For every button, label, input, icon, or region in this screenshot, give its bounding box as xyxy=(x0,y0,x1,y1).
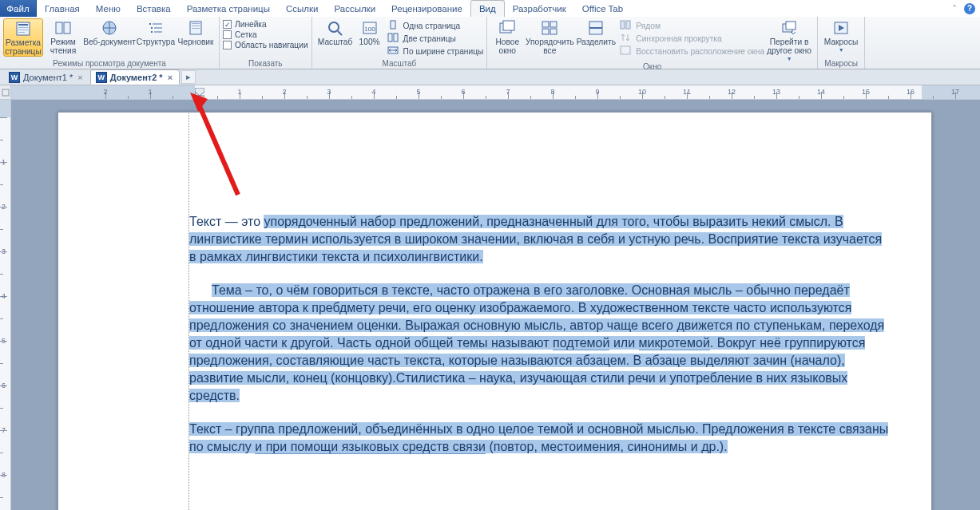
view-web-button[interactable]: Веб-документ xyxy=(83,18,136,46)
help-icon[interactable]: ? xyxy=(964,3,975,14)
side-by-side-label: Рядом xyxy=(636,22,661,30)
svg-rect-11 xyxy=(154,27,162,29)
document-tabstrip: W Документ1 * × W Документ2 * × ▸ xyxy=(0,69,980,85)
svg-rect-4 xyxy=(18,32,25,33)
file-tab[interactable]: Файл xyxy=(0,0,37,17)
zoom-100-icon: 100 xyxy=(360,19,379,37)
tab-insert[interactable]: Вставка xyxy=(129,0,179,17)
web-icon xyxy=(100,19,119,37)
reset-window-label: Восстановить расположение окна xyxy=(636,47,764,56)
ribbon-group-zoom: Масштаб 100 100% Одна страница Две стран… xyxy=(312,17,488,69)
pagelayout-icon xyxy=(14,20,33,38)
switch-windows-icon xyxy=(780,19,799,37)
text-span: Текст — это xyxy=(189,215,264,228)
checkbox-icon xyxy=(223,41,232,49)
checkbox-icon: ✓ xyxy=(223,20,232,29)
ribbon-group-title-zoom: Масштаб xyxy=(315,58,484,69)
draft-icon xyxy=(186,19,205,37)
sync-scroll-icon xyxy=(620,33,633,44)
document-tab-1[interactable]: W Документ1 * × xyxy=(3,69,90,85)
tab-home[interactable]: Главная xyxy=(37,0,88,17)
tab-officetab[interactable]: Office Tab xyxy=(574,0,631,17)
arrange-all-label: Упорядочить все xyxy=(526,38,574,55)
ribbon-group-title-window: Окно xyxy=(490,61,814,72)
svg-rect-17 xyxy=(192,28,200,29)
zoom-page-width-button[interactable]: По ширине страницы xyxy=(387,45,484,57)
document-tab-1-label: Документ1 * xyxy=(23,73,73,82)
zoom-100-button[interactable]: 100 100% xyxy=(355,18,384,46)
magnifier-icon xyxy=(326,19,345,37)
view-outline-button[interactable]: Структура xyxy=(136,18,176,46)
split-button[interactable]: Разделить xyxy=(575,18,617,46)
view-reading-button[interactable]: Режим чтения xyxy=(43,18,83,55)
reset-window-icon xyxy=(620,45,633,57)
check-navpane[interactable]: Область навигации xyxy=(223,41,308,49)
svg-rect-30 xyxy=(542,29,549,34)
dropdown-icon: ▼ xyxy=(787,56,792,61)
ribbon-group-title-show: Показать xyxy=(223,58,308,69)
vertical-ruler[interactable]: 12345678910 xyxy=(0,100,11,510)
svg-rect-2 xyxy=(18,27,28,28)
sync-scroll-label: Синхронная прокрутка xyxy=(636,34,721,43)
split-label: Разделить xyxy=(577,38,616,46)
ribbon-group-show: ✓Линейка Сетка Область навигации Показат… xyxy=(220,17,312,69)
zoom-label: Масштаб xyxy=(318,38,353,46)
tab-review[interactable]: Рецензирование xyxy=(383,0,470,17)
view-draft-button[interactable]: Черновик xyxy=(176,18,216,46)
ribbon-group-title-views: Режимы просмотра документа xyxy=(3,58,216,69)
side-by-side-icon xyxy=(620,20,633,31)
document-body-text[interactable]: Текст — это упорядоченный набор предложе… xyxy=(189,213,892,472)
new-window-button[interactable]: Новое окно xyxy=(490,18,524,55)
ribbon: Разметка страницы Режим чтения Веб-докум… xyxy=(0,17,980,69)
view-pagelayout-button[interactable]: Разметка страницы xyxy=(3,18,43,57)
view-reading-label: Режим чтения xyxy=(50,38,76,55)
check-grid[interactable]: Сетка xyxy=(223,30,308,39)
tab-menu[interactable]: Меню xyxy=(88,0,129,17)
sync-scroll-button: Синхронная прокрутка xyxy=(620,33,764,44)
side-by-side-button[interactable]: Рядом xyxy=(620,20,764,31)
minimize-ribbon-icon[interactable]: ˆ xyxy=(953,4,956,14)
macros-button[interactable]: Макросы ▼ xyxy=(821,18,861,53)
horizontal-ruler[interactable]: 211234567891011121314151617 xyxy=(11,85,980,99)
one-page-icon xyxy=(387,20,400,31)
tab-pagelayout[interactable]: Разметка страницы xyxy=(179,0,278,17)
check-grid-label: Сетка xyxy=(235,30,257,39)
svg-rect-9 xyxy=(153,23,162,25)
svg-rect-31 xyxy=(550,29,557,34)
check-navpane-label: Область навигации xyxy=(235,41,308,49)
document-tab-2-label: Документ2 * xyxy=(110,73,163,82)
check-ruler-label: Линейка xyxy=(235,20,267,29)
document-tab-2[interactable]: W Документ2 * × xyxy=(90,69,180,85)
reset-window-pos-button: Восстановить расположение окна xyxy=(620,45,764,57)
close-icon[interactable]: × xyxy=(76,73,84,82)
tab-mailings[interactable]: Рассылки xyxy=(326,0,383,17)
arrange-all-icon xyxy=(540,19,559,37)
arrange-all-button[interactable]: Упорядочить все xyxy=(524,18,575,55)
svg-line-19 xyxy=(338,31,342,35)
tab-view[interactable]: Вид xyxy=(470,0,505,17)
svg-rect-23 xyxy=(388,34,392,42)
svg-rect-22 xyxy=(391,21,395,29)
outline-icon xyxy=(146,19,165,37)
tab-developer[interactable]: Разработчик xyxy=(505,0,574,17)
zoom-onepage-label: Одна страница xyxy=(403,22,461,30)
zoom-button[interactable]: Масштаб xyxy=(315,18,355,46)
two-pages-icon xyxy=(387,33,400,44)
word-doc-icon: W xyxy=(9,72,20,83)
ribbon-group-doc-views: Разметка страницы Режим чтения Веб-докум… xyxy=(0,17,220,69)
view-draft-label: Черновик xyxy=(178,38,214,46)
svg-rect-6 xyxy=(64,22,70,34)
svg-text:100: 100 xyxy=(364,26,375,33)
check-ruler[interactable]: ✓Линейка xyxy=(223,20,308,29)
zoom-one-page-button[interactable]: Одна страница xyxy=(387,20,484,31)
first-line-indent-marker[interactable] xyxy=(195,88,204,99)
zoom-two-pages-button[interactable]: Две страницы xyxy=(387,33,484,44)
new-document-button[interactable]: ▸ xyxy=(181,70,196,84)
svg-marker-42 xyxy=(195,88,204,96)
switch-windows-button[interactable]: Перейти в другое окно ▼ xyxy=(764,18,814,61)
svg-point-18 xyxy=(329,22,339,32)
svg-rect-29 xyxy=(550,22,557,27)
svg-rect-43 xyxy=(195,96,204,99)
close-icon[interactable]: × xyxy=(166,73,174,82)
tab-references[interactable]: Ссылки xyxy=(278,0,327,17)
